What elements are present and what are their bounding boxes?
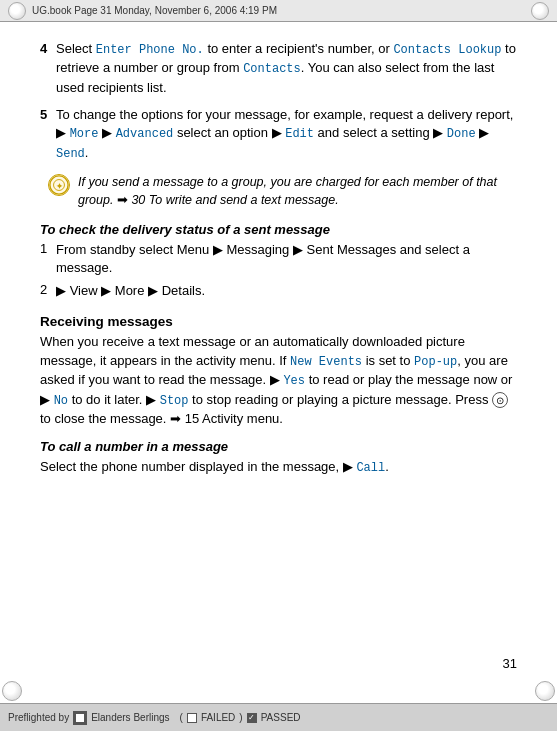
delivery-step-1-messaging: Messaging (226, 242, 289, 257)
failed-label: FAILED (201, 712, 235, 723)
failed-checkbox (187, 713, 197, 723)
call-section-heading: To call a number in a message (40, 439, 517, 454)
step-4-number: 4 (40, 40, 52, 58)
delivery-step-1-text: From standby select Menu ▶ Messaging ▶ S… (56, 241, 517, 277)
step-4-text: Select Enter Phone No. to enter a recipi… (56, 40, 517, 98)
logo-inner (76, 714, 84, 722)
passed-label: PASSED (261, 712, 301, 723)
receiving-no: No (54, 394, 68, 408)
delivery-step-1-sent: Sent Messages (307, 242, 397, 257)
separator2: ) (239, 712, 242, 723)
step-4-highlight-1: Enter Phone No. (96, 43, 204, 57)
corner-bottom-right (535, 681, 555, 701)
preflight-label: Preflighted by (8, 712, 69, 723)
receiving-popup: Pop-up (414, 355, 457, 369)
receiving-section-heading: Receiving messages (40, 314, 517, 329)
note-icon-svg: ✦ (49, 174, 69, 196)
bottom-right-circle (535, 681, 555, 701)
top-bar-text: UG.book Page 31 Monday, November 6, 2006… (32, 5, 277, 16)
main-content: 4 Select Enter Phone No. to enter a reci… (0, 22, 557, 495)
corner-bottom-left (2, 681, 22, 701)
svg-text:✦: ✦ (56, 182, 63, 191)
step-4: 4 Select Enter Phone No. to enter a reci… (40, 40, 517, 98)
step-5-highlight-more: More (70, 127, 99, 141)
note-text: If you send a message to a group, you ar… (78, 173, 517, 209)
page-container: UG.book Page 31 Monday, November 6, 2006… (0, 0, 557, 731)
delivery-step-1-number: 1 (40, 241, 52, 256)
delivery-step-2-view: View (70, 283, 98, 298)
delivery-step-1-menu: Menu (177, 242, 210, 257)
receiving-stop: Stop (160, 394, 189, 408)
delivery-step-1: 1 From standby select Menu ▶ Messaging ▶… (40, 241, 517, 277)
elanders-logo (73, 711, 87, 725)
delivery-step-2-more: More (115, 283, 145, 298)
step-5-highlight-done: Done (447, 127, 476, 141)
delivery-section-heading: To check the delivery status of a sent m… (40, 222, 517, 237)
call-highlight: Call (356, 461, 385, 475)
delivery-step-2-number: 2 (40, 282, 52, 297)
note-box: ✦ If you send a message to a group, you … (40, 173, 517, 209)
top-left-corner-decoration (8, 2, 26, 20)
top-bar: UG.book Page 31 Monday, November 6, 2006… (0, 0, 557, 22)
separator: ( (180, 712, 183, 723)
step-5-highlight-edit: Edit (285, 127, 314, 141)
delivery-step-2: 2 ▶ View ▶ More ▶ Details. (40, 282, 517, 300)
step-5: 5 To change the options for your message… (40, 106, 517, 164)
receiving-yes: Yes (283, 374, 305, 388)
step-5-highlight-send: Send (56, 147, 85, 161)
call-body-text: Select the phone number displayed in the… (40, 458, 517, 477)
step-4-highlight-2: Contacts Lookup (393, 43, 501, 57)
step-4-highlight-3: Contacts (243, 62, 301, 76)
step-5-text: To change the options for your message, … (56, 106, 517, 164)
step-5-number: 5 (40, 106, 52, 124)
note-arrow: ➡ (117, 193, 128, 207)
bottom-left-circle (2, 681, 22, 701)
logo-text: Elanders Berlings (91, 712, 169, 723)
receiving-new-events: New Events (290, 355, 362, 369)
bottom-bar: Preflighted by Elanders Berlings ( FAILE… (0, 703, 557, 731)
top-right-corner-decoration (531, 2, 549, 20)
note-icon: ✦ (48, 174, 70, 196)
delivery-step-2-details: Details (162, 283, 202, 298)
receiving-body-text: When you receive a text message or an au… (40, 333, 517, 429)
passed-checkbox: ✓ (247, 713, 257, 723)
page-number: 31 (503, 656, 517, 671)
activity-button: ⊙ (492, 392, 508, 408)
step-5-highlight-advanced: Advanced (116, 127, 174, 141)
top-bar-left: UG.book Page 31 Monday, November 6, 2006… (8, 2, 277, 20)
delivery-step-2-text: ▶ View ▶ More ▶ Details. (56, 282, 205, 300)
